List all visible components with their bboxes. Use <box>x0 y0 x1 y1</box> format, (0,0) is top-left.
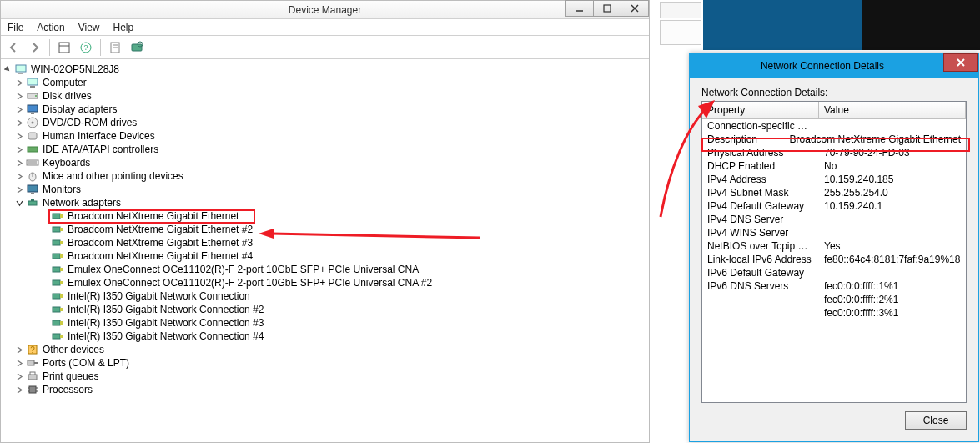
svg-rect-53 <box>60 335 63 338</box>
tree-item-network-adapter[interactable]: Broadcom NetXtreme Gigabit Ethernet #2 <box>3 223 647 236</box>
tree-item-network-adapter[interactable]: Intel(R) I350 Gigabit Network Connection… <box>3 303 647 316</box>
ncd-row[interactable]: NetBIOS over Tcpip En...Yes <box>702 239 966 253</box>
ncd-row[interactable]: fec0:0:0:ffff::2%1 <box>702 293 966 306</box>
hid-icon <box>26 129 39 143</box>
tree-item-network-adapter[interactable]: Intel(R) I350 Gigabit Network Connection <box>3 289 647 303</box>
toolbar-scan-button[interactable] <box>128 38 146 57</box>
expand-icon[interactable] <box>3 64 13 74</box>
tree-item-label: Intel(R) I350 Gigabit Network Connection… <box>68 303 264 316</box>
close-button[interactable] <box>621 0 649 17</box>
ncd-property: IPv4 Default Gateway <box>702 199 819 213</box>
disk-icon <box>26 89 39 103</box>
expand-icon[interactable] <box>14 104 24 114</box>
ncd-section-label: Network Connection Details: <box>701 87 967 98</box>
expand-icon[interactable] <box>14 118 24 128</box>
svg-rect-50 <box>53 320 60 325</box>
ncd-titlebar[interactable]: Network Connection Details <box>690 53 978 78</box>
tree-category-disk[interactable]: Disk drives <box>3 89 647 103</box>
tree-category-ide[interactable]: IDE ATA/ATAPI controllers <box>3 143 647 156</box>
toolbar-help-button[interactable]: ? <box>77 38 95 57</box>
expand-icon[interactable] <box>14 345 24 355</box>
ncd-row[interactable]: Connection-specific DN... <box>702 119 966 133</box>
ncd-row[interactable]: Link-local IPv6 Addressfe80::64c4:8181:7… <box>702 253 966 266</box>
network-adapter-icon <box>51 276 64 289</box>
network-icon <box>26 196 39 209</box>
expand-icon[interactable] <box>14 78 24 88</box>
toolbar-forward-button[interactable] <box>26 38 44 57</box>
tree-item-network-adapter[interactable]: Broadcom NetXtreme Gigabit Ethernet #3 <box>3 236 647 249</box>
menu-action[interactable]: Action <box>37 22 64 33</box>
ncd-row[interactable]: Physical Address70-79-90-24-FD-03 <box>702 146 966 159</box>
expand-icon[interactable] <box>14 184 24 194</box>
ncd-row[interactable]: IPv4 DNS Server <box>702 213 966 226</box>
expand-icon[interactable] <box>14 385 24 395</box>
tree-item-network-adapter[interactable]: Broadcom NetXtreme Gigabit Ethernet #4 <box>3 249 647 263</box>
expand-icon[interactable] <box>14 358 24 368</box>
tree-root[interactable]: WIN-02OP5NL28J8 <box>3 63 647 76</box>
tree-category-other[interactable]: ?Other devices <box>3 343 647 356</box>
menu-help[interactable]: Help <box>113 22 134 33</box>
expand-icon[interactable] <box>14 371 24 381</box>
device-manager-titlebar[interactable]: Device Manager <box>1 1 649 19</box>
print-icon <box>26 370 39 383</box>
ncd-row[interactable]: IPv6 DNS Serversfec0:0:0:ffff::1%1 <box>702 279 966 293</box>
toolbar-properties-button[interactable] <box>106 38 124 57</box>
ncd-row[interactable]: IPv4 Default Gateway10.159.240.1 <box>702 199 966 213</box>
ncd-close-dialog-button[interactable]: Close <box>905 411 967 430</box>
ncd-row[interactable]: DescriptionBroadcom NetXtreme Gigabit Et… <box>702 133 966 146</box>
ncd-row[interactable]: IPv6 Default Gateway <box>702 266 966 279</box>
ncd-header-property[interactable]: Property <box>702 102 819 118</box>
tree-category-monitors[interactable]: Monitors <box>3 183 647 196</box>
expand-icon[interactable] <box>14 171 24 181</box>
svg-rect-19 <box>28 105 38 112</box>
ncd-value: Yes <box>819 239 966 253</box>
tree-category-label: Other devices <box>43 343 104 356</box>
minimize-button[interactable] <box>565 0 594 17</box>
tree-item-network-adapter[interactable]: Emulex OneConnect OCe11102(R)-F 2-port 1… <box>3 276 647 289</box>
tree-category-mice[interactable]: Mice and other pointing devices <box>3 169 647 183</box>
ncd-header-value[interactable]: Value <box>819 102 966 118</box>
tree-category-hid[interactable]: Human Interface Devices <box>3 129 647 143</box>
tree-item-network-adapter[interactable]: Intel(R) I350 Gigabit Network Connection… <box>3 316 647 330</box>
mice-icon <box>26 169 39 183</box>
tree-item-network-adapter[interactable]: Broadcom NetXtreme Gigabit Ethernet <box>3 209 647 223</box>
ncd-row[interactable]: IPv4 Address10.159.240.185 <box>702 173 966 186</box>
tree-item-label: Broadcom NetXtreme Gigabit Ethernet <box>68 209 239 223</box>
network-adapter-icon <box>51 236 64 249</box>
menu-file[interactable]: File <box>8 22 23 33</box>
expand-placeholder <box>39 211 49 221</box>
tree-category-print[interactable]: Print queues <box>3 370 647 383</box>
expand-icon[interactable] <box>14 91 24 101</box>
expand-icon[interactable] <box>14 144 24 154</box>
svg-rect-43 <box>60 268 63 271</box>
expand-icon[interactable] <box>14 198 24 208</box>
network-adapter-icon <box>51 289 64 303</box>
ncd-row[interactable]: DHCP EnabledNo <box>702 159 966 173</box>
svg-rect-49 <box>60 308 63 311</box>
ncd-row[interactable]: fec0:0:0:ffff::3%1 <box>702 306 966 320</box>
device-manager-title: Device Manager <box>1 4 649 16</box>
tree-item-network-adapter[interactable]: Intel(R) I350 Gigabit Network Connection… <box>3 330 647 343</box>
tree-category-dvd[interactable]: DVD/CD-ROM drives <box>3 116 647 129</box>
menu-view[interactable]: View <box>78 22 100 33</box>
ncd-list[interactable]: Property Value Connection-specific DN...… <box>701 101 967 403</box>
expand-icon[interactable] <box>14 158 24 168</box>
tree-category-ports[interactable]: Ports (COM & LPT) <box>3 356 647 370</box>
svg-rect-48 <box>53 307 60 312</box>
tree-category-keyboards[interactable]: Keyboards <box>3 156 647 169</box>
svg-rect-34 <box>53 214 60 219</box>
ncd-close-button[interactable] <box>943 53 978 72</box>
toolbar-back-button[interactable] <box>4 38 23 57</box>
ncd-row[interactable]: IPv4 WINS Server <box>702 226 966 239</box>
expand-icon[interactable] <box>14 131 24 141</box>
tree-category-computer[interactable]: Computer <box>3 76 647 89</box>
tree-category-network[interactable]: Network adapters <box>3 196 647 209</box>
maximize-button[interactable] <box>593 0 621 17</box>
tree-category-processors[interactable]: Processors <box>3 383 647 396</box>
tree-item-network-adapter[interactable]: Emulex OneConnect OCe11102(R)-F 2-port 1… <box>3 263 647 276</box>
device-tree[interactable]: WIN-02OP5NL28J8 ComputerDisk drivesDispl… <box>1 59 649 442</box>
toolbar-show-hidden-button[interactable] <box>55 38 73 57</box>
ncd-row[interactable]: IPv4 Subnet Mask255.255.254.0 <box>702 186 966 199</box>
tree-category-display[interactable]: Display adapters <box>3 103 647 116</box>
ncd-value: fec0:0:0:ffff::3%1 <box>819 306 966 320</box>
